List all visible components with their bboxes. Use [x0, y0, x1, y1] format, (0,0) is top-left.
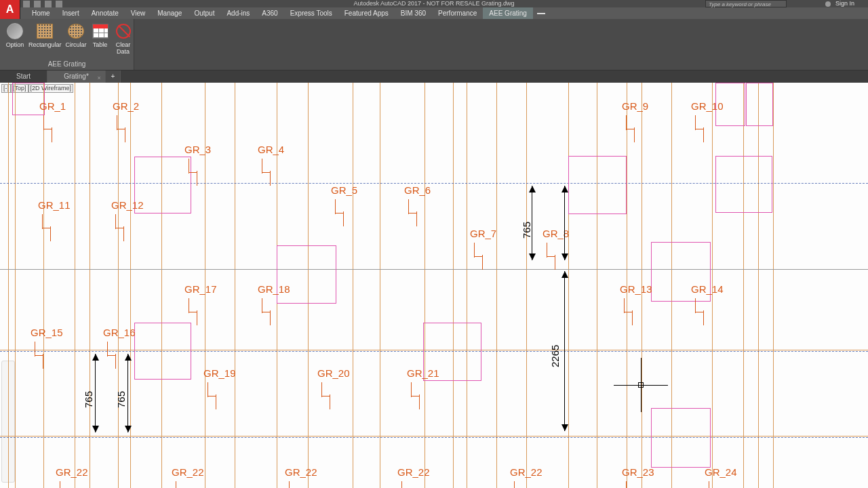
grating-label[interactable]: GR_24	[705, 466, 737, 478]
grating-label[interactable]: GR_10	[691, 100, 724, 112]
grating-label[interactable]: GR_18	[258, 283, 290, 295]
section-arrow-icon	[107, 342, 117, 369]
ribbon-tab-aee-grating[interactable]: AEE Grating	[483, 7, 533, 19]
grid-hline	[0, 437, 868, 438]
grating-label[interactable]: GR_14	[691, 283, 724, 295]
new-tab-button[interactable]: +	[106, 70, 121, 83]
grating-label[interactable]: GR_7	[470, 228, 496, 239]
section-arrow-icon	[411, 382, 420, 409]
column-box[interactable]	[277, 245, 336, 304]
grating-label[interactable]: GR_4	[258, 144, 284, 155]
section-arrow-icon	[289, 481, 298, 488]
grid-vline	[597, 83, 597, 488]
ribbon-tab-manage[interactable]: Manage	[151, 7, 188, 19]
qat-open-icon[interactable]	[34, 1, 41, 7]
grating-label[interactable]: GR_19	[203, 367, 236, 379]
grating-label[interactable]: GR_17	[184, 283, 217, 295]
qat-undo-icon[interactable]	[56, 1, 62, 7]
ribbon-tab-bim-360[interactable]: BIM 360	[395, 7, 432, 19]
grating-label[interactable]: GR_16	[103, 327, 136, 338]
ribbon-tab-annotate[interactable]: Annotate	[85, 7, 125, 19]
section-arrow-icon	[514, 481, 524, 488]
grating-label[interactable]: GR_22	[172, 466, 204, 478]
dimension-text[interactable]: 765	[521, 222, 532, 239]
section-arrow-icon	[189, 298, 198, 325]
grating-label[interactable]: GR_6	[404, 184, 431, 196]
column-box[interactable]	[134, 323, 191, 380]
column-box[interactable]	[568, 156, 627, 214]
grating-label[interactable]: GR_21	[407, 367, 439, 379]
grid-vline	[15, 83, 16, 488]
section-arrow-icon	[547, 243, 556, 270]
infocenter-search-input[interactable]: Type a keyword or phrase	[705, 0, 787, 7]
grating-label[interactable]: GR_12	[111, 199, 144, 211]
dimension-text[interactable]: 765	[115, 391, 127, 408]
ribbon-tab-express-tools[interactable]: Express Tools	[284, 7, 338, 19]
ribbon-tab-output[interactable]: Output	[188, 7, 220, 19]
column-box[interactable]	[746, 83, 773, 126]
grid-vline	[526, 83, 527, 488]
grid-vline	[568, 83, 569, 488]
grating-label[interactable]: GR_22	[397, 466, 430, 478]
section-arrow-icon	[709, 481, 718, 488]
panel-button-table[interactable]: Table	[90, 22, 111, 56]
viewport-menu[interactable]: [-]	[1, 84, 11, 93]
dimension-text[interactable]: 765	[83, 391, 94, 408]
grid-vline	[161, 83, 162, 488]
section-arrow-icon	[42, 214, 52, 241]
tab-start[interactable]: Start	[0, 70, 47, 83]
grating-label[interactable]: GR_1	[39, 100, 66, 112]
ribbon-tab-featured-apps[interactable]: Featured Apps	[338, 7, 395, 19]
ribbon-tab-performance[interactable]: Performance	[432, 7, 483, 19]
ribbon-tab-home[interactable]: Home	[26, 7, 56, 19]
grating-label[interactable]: GR_8	[542, 228, 569, 239]
grating-label[interactable]: GR_15	[31, 327, 63, 338]
dimension-line[interactable]	[127, 354, 128, 432]
qat-new-icon[interactable]	[23, 1, 30, 7]
section-arrow-icon	[321, 382, 331, 409]
ribbon-tab-a360[interactable]: A360	[256, 7, 283, 19]
panel-button-circular[interactable]: Circular	[64, 22, 88, 56]
panel-button-clear-data[interactable]: Clear Data	[113, 22, 134, 56]
section-arrow-icon	[189, 159, 198, 186]
dimension-line[interactable]	[564, 271, 565, 431]
grating-label[interactable]: GR_9	[622, 100, 648, 112]
drawing-canvas[interactable]: [-] [Top] [2D Wireframe] GR_1GR_2GR_3GR_…	[0, 83, 868, 488]
grating-label[interactable]: GR_11	[38, 199, 71, 211]
grid-vline	[425, 83, 425, 488]
section-arrow-icon	[474, 243, 484, 270]
signin-button[interactable]: Sign In	[825, 0, 854, 7]
grating-label[interactable]: GR_22	[56, 466, 88, 478]
panel-button-rectangular[interactable]: Rectangular	[27, 22, 63, 56]
panel-button-option[interactable]: Option	[4, 22, 26, 56]
ribbon-tab-add-ins[interactable]: Add-ins	[220, 7, 256, 19]
grating-label[interactable]: GR_13	[620, 283, 652, 295]
grating-label[interactable]: GR_23	[622, 466, 654, 478]
grating-label[interactable]: GR_22	[285, 466, 317, 478]
section-arrow-icon	[208, 382, 217, 409]
section-arrow-icon	[626, 481, 635, 488]
tab-active-document[interactable]: Grating* ×	[47, 70, 106, 83]
column-box[interactable]	[715, 156, 772, 213]
grid-vline	[453, 83, 454, 488]
column-box[interactable]	[651, 408, 711, 468]
circular-icon	[68, 24, 84, 39]
grating-label[interactable]: GR_5	[331, 184, 357, 196]
section-arrow-icon	[35, 342, 44, 369]
grating-label[interactable]: GR_2	[113, 100, 139, 112]
section-arrow-icon	[626, 115, 635, 142]
ribbon-tab-view[interactable]: View	[125, 7, 152, 19]
dimension-line[interactable]	[95, 354, 96, 432]
dimension-line[interactable]	[564, 186, 565, 260]
section-arrow-icon	[176, 481, 185, 488]
dimension-text[interactable]: 2265	[549, 345, 561, 367]
qat-save-icon[interactable]	[45, 1, 52, 7]
grating-label[interactable]: GR_22	[510, 466, 542, 478]
grating-label[interactable]: GR_20	[317, 367, 350, 379]
application-menu-button[interactable]: A	[0, 0, 20, 19]
panel-title: AEE Grating	[0, 59, 134, 70]
ribbon-tab-insert[interactable]: Insert	[56, 7, 85, 19]
grid-vline	[758, 83, 759, 488]
grating-label[interactable]: GR_3	[184, 144, 211, 155]
ribbon-options[interactable]	[537, 13, 545, 14]
